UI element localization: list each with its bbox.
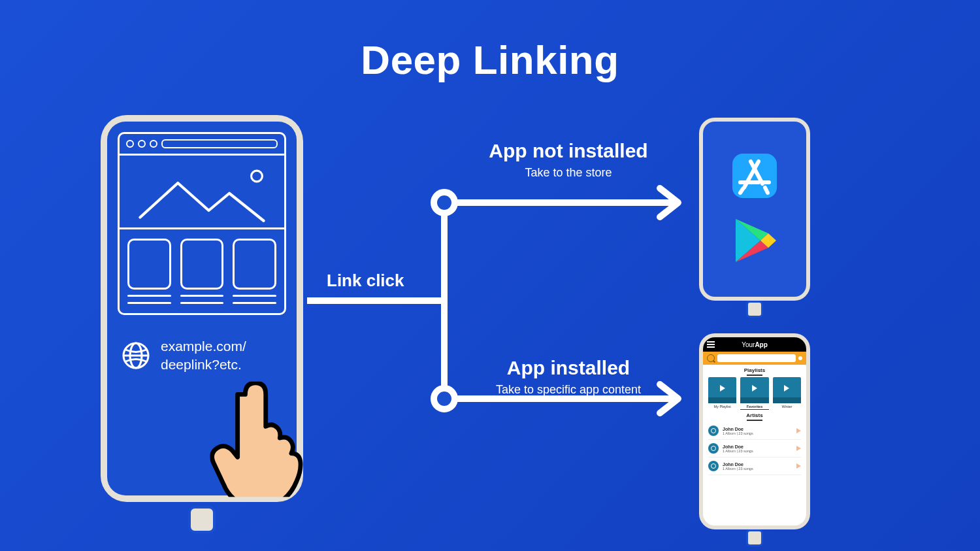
artist-row: John Doe1 Album | 23 songs (708, 440, 801, 458)
play-outline-icon (796, 428, 801, 433)
playlist-tile (773, 377, 801, 403)
link-click-label: Link click (327, 271, 404, 291)
browser-wireframe (118, 132, 286, 315)
tap-hand-icon (210, 382, 306, 497)
branch-installed: App installed Take to specific app conte… (457, 357, 679, 397)
image-placeholder-icon (120, 156, 284, 231)
play-outline-icon (796, 463, 801, 469)
svg-point-8 (434, 192, 455, 213)
svg-point-0 (252, 171, 263, 182)
diagram-title: Deep Linking (0, 37, 980, 83)
app-store-icon (731, 152, 778, 199)
play-icon (752, 385, 757, 392)
store-phone (699, 118, 810, 301)
avatar-icon (708, 426, 719, 436)
svg-line-15 (740, 189, 743, 193)
home-button-icon (746, 529, 763, 546)
playlist-tiles (703, 377, 806, 403)
app-brand: YourApp (719, 341, 791, 348)
app-search-bar (703, 352, 806, 365)
playlist-label: Winter (773, 405, 801, 410)
record-icon (798, 356, 802, 360)
deep-link-url: example.com/ deeplink?etc. (161, 337, 246, 375)
avatar-icon (708, 443, 719, 454)
home-button-icon (188, 506, 216, 533)
play-icon (720, 385, 725, 392)
home-button-icon (746, 301, 763, 318)
play-icon (784, 385, 789, 392)
playlist-label: Favorites (740, 405, 768, 410)
search-icon (707, 354, 715, 362)
svg-point-9 (434, 388, 455, 409)
artists-heading: Artists (703, 412, 806, 421)
playlist-label: My Playlist (708, 405, 736, 410)
app-header: YourApp (703, 337, 806, 352)
artist-row: John Doe1 Album | 23 songs (708, 458, 801, 475)
globe-icon (122, 341, 150, 370)
address-bar-icon (161, 139, 278, 148)
your-app-phone: YourApp Playlists My Playlist Favorites … (699, 333, 810, 529)
google-play-icon (729, 215, 780, 266)
play-outline-icon (796, 446, 801, 451)
artist-row: John Doe1 Album | 23 songs (708, 422, 801, 440)
playlist-tile (740, 377, 768, 403)
playlists-heading: Playlists (703, 367, 806, 376)
avatar-icon (708, 461, 719, 471)
playlist-tile (708, 377, 736, 403)
svg-line-16 (765, 188, 768, 193)
hamburger-icon (707, 341, 715, 348)
branch-not-installed: App not installed Take to the store (457, 140, 679, 180)
